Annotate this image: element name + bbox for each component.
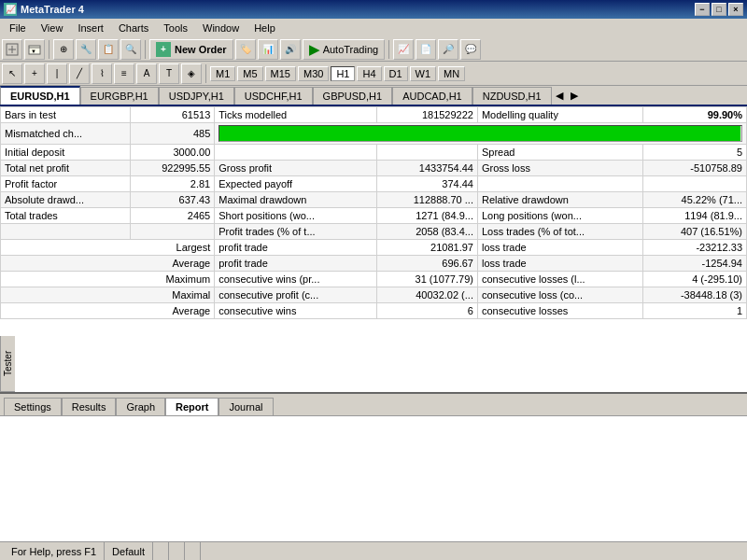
sep4 bbox=[205, 64, 206, 83]
tab-graph[interactable]: Graph bbox=[116, 398, 165, 415]
status-empty1 bbox=[153, 542, 169, 560]
status-help: For Help, press F1 bbox=[4, 542, 105, 560]
chart-tab-eurusd-h1[interactable]: EURUSD,H1 bbox=[0, 86, 80, 105]
chart-tab-eurgbp-h1[interactable]: EURGBP,H1 bbox=[80, 87, 159, 105]
chart-tab-nzdusd-h1[interactable]: NZDUSD,H1 bbox=[472, 87, 552, 105]
cell-progress-bar bbox=[215, 123, 747, 145]
toolbar-btn1[interactable]: ⊕ bbox=[53, 39, 74, 60]
toolbar-btn5[interactable]: 🏷️ bbox=[235, 39, 256, 60]
cell-grossprofit-value: 1433754.44 bbox=[376, 161, 477, 176]
cell-largest-loss-label: loss trade bbox=[477, 240, 642, 256]
sep2 bbox=[145, 40, 146, 59]
tf-m30[interactable]: M30 bbox=[298, 66, 329, 81]
chart-tab-gbpusd-h1[interactable]: GBPUSD,H1 bbox=[313, 87, 393, 105]
tf-m5[interactable]: M5 bbox=[237, 66, 262, 81]
chart-tab-usdchf-h1[interactable]: USDCHF,H1 bbox=[234, 87, 313, 105]
toolbar-open[interactable]: ▼ bbox=[24, 39, 45, 60]
cell-grossprofit-label: Gross profit bbox=[215, 161, 376, 176]
tf-h4[interactable]: H4 bbox=[357, 66, 381, 81]
chart-tab-audcad-h1[interactable]: AUDCAD,H1 bbox=[392, 87, 472, 105]
cell-avgcon-label: Average bbox=[1, 303, 215, 319]
menu-window[interactable]: Window bbox=[195, 21, 247, 35]
tf-mn[interactable]: MN bbox=[438, 66, 465, 81]
table-row: Profit factor 2.81 Expected payoff 374.4… bbox=[1, 176, 747, 192]
tab-journal[interactable]: Journal bbox=[218, 398, 273, 415]
close-button[interactable]: × bbox=[728, 3, 743, 16]
progress-bar-outer bbox=[218, 125, 742, 142]
cell-max-label: Maximum bbox=[1, 272, 215, 287]
cursor-tool[interactable]: ↖ bbox=[2, 63, 22, 84]
text-tool[interactable]: ≡ bbox=[114, 63, 134, 84]
cell-empty5 bbox=[1, 224, 131, 240]
fib-tool[interactable]: ⌇ bbox=[92, 63, 112, 84]
label-tool[interactable]: A bbox=[136, 63, 157, 84]
menu-tools[interactable]: Tools bbox=[156, 21, 195, 35]
toolbar-tpl[interactable]: 📄 bbox=[416, 39, 436, 60]
chart-tab-nav-right[interactable]: ▶ bbox=[567, 87, 582, 105]
new-order-icon: + bbox=[156, 42, 171, 57]
draw-line-tool[interactable]: ╱ bbox=[69, 63, 90, 84]
toolbar-comm[interactable]: 💬 bbox=[460, 39, 481, 60]
toolbar-btn2[interactable]: 🔧 bbox=[76, 39, 96, 60]
autotrading-button[interactable]: ▶ AutoTrading bbox=[303, 39, 386, 60]
tf-d1[interactable]: D1 bbox=[384, 66, 408, 81]
chart-tabs: EURUSD,H1 EURGBP,H1 USDJPY,H1 USDCHF,H1 … bbox=[0, 86, 747, 106]
status-help-text: For Help, press F1 bbox=[11, 546, 96, 557]
report-content: Bars in test 61513 Ticks modelled 181529… bbox=[0, 106, 747, 392]
progress-bar-inner bbox=[219, 126, 740, 141]
cell-avgcon-wins-value: 6 bbox=[376, 303, 477, 319]
tab-report[interactable]: Report bbox=[165, 398, 218, 415]
crosshair-tool[interactable]: + bbox=[24, 63, 45, 84]
line-tool[interactable]: | bbox=[47, 63, 67, 84]
table-row: Average consecutive wins 6 consecutive l… bbox=[1, 303, 747, 319]
tf-m1[interactable]: M1 bbox=[210, 66, 235, 81]
cell-avgcon-losses-value: 1 bbox=[642, 303, 746, 319]
cell-largest-profit-value: 21081.97 bbox=[376, 240, 477, 256]
minimize-button[interactable]: − bbox=[695, 3, 710, 16]
menu-bar: File View Insert Charts Tools Window Hel… bbox=[0, 19, 747, 37]
menu-view[interactable]: View bbox=[34, 21, 71, 35]
tab-results[interactable]: Results bbox=[62, 398, 117, 415]
cell-maximal-loss-value: -38448.18 (3) bbox=[642, 287, 746, 303]
toolbar-btn3[interactable]: 📋 bbox=[98, 39, 119, 60]
maximize-button[interactable]: □ bbox=[712, 3, 726, 16]
menu-charts[interactable]: Charts bbox=[111, 21, 156, 35]
table-row: Average profit trade 696.67 loss trade -… bbox=[1, 256, 747, 272]
toolbar-btn7[interactable]: 🔊 bbox=[280, 39, 301, 60]
cell-empty6 bbox=[131, 224, 215, 240]
menu-file[interactable]: File bbox=[2, 21, 34, 35]
tab-settings[interactable]: Settings bbox=[4, 398, 62, 415]
tf-h1[interactable]: H1 bbox=[331, 66, 355, 81]
status-default: Default bbox=[105, 542, 153, 560]
menu-help[interactable]: Help bbox=[247, 21, 283, 35]
cell-netprofit-value: 922995.55 bbox=[131, 161, 215, 176]
menu-insert[interactable]: Insert bbox=[70, 21, 111, 35]
cell-totaltrades-label: Total trades bbox=[1, 208, 131, 224]
chart-tab-usdjpy-h1[interactable]: USDJPY,H1 bbox=[159, 87, 234, 105]
cell-spread-value: 5 bbox=[642, 145, 746, 161]
table-row: Bars in test 61513 Ticks modelled 181529… bbox=[1, 107, 747, 123]
cell-deposit-value: 3000.00 bbox=[131, 145, 215, 161]
cell-losstrades-value: 407 (16.51%) bbox=[642, 224, 746, 240]
tf-w1[interactable]: W1 bbox=[410, 66, 437, 81]
toolbar-search[interactable]: 🔎 bbox=[438, 39, 458, 60]
cell-quality-label: Modelling quality bbox=[477, 107, 642, 123]
cell-maximal-loss-label: consecutive loss (co... bbox=[477, 287, 642, 303]
zoom-tool[interactable]: ◈ bbox=[181, 63, 202, 84]
tf-m15[interactable]: M15 bbox=[265, 66, 296, 81]
period-sep[interactable]: T bbox=[159, 63, 179, 84]
toolbar-btn6[interactable]: 📊 bbox=[258, 39, 278, 60]
table-row: Maximum consecutive wins (pr... 31 (1077… bbox=[1, 272, 747, 287]
chart-tab-nav-left[interactable]: ◀ bbox=[552, 87, 567, 105]
title-text: MetaTrader 4 bbox=[21, 4, 84, 15]
cell-empty3 bbox=[477, 176, 642, 192]
toolbar-new-chart[interactable] bbox=[2, 39, 22, 60]
cell-bars-label: Bars in test bbox=[1, 107, 131, 123]
table-row: Absolute drawd... 637.43 Maximal drawdow… bbox=[1, 192, 747, 208]
tester-panel-label[interactable]: Tester bbox=[0, 336, 15, 392]
cell-avg-loss-value: -1254.94 bbox=[642, 256, 746, 272]
toolbar-btn4[interactable]: 🔍 bbox=[120, 39, 141, 60]
toolbar-chart-props[interactable]: 📈 bbox=[393, 39, 414, 60]
new-order-button[interactable]: + New Order bbox=[149, 39, 233, 60]
tester-text: Tester bbox=[3, 351, 13, 376]
